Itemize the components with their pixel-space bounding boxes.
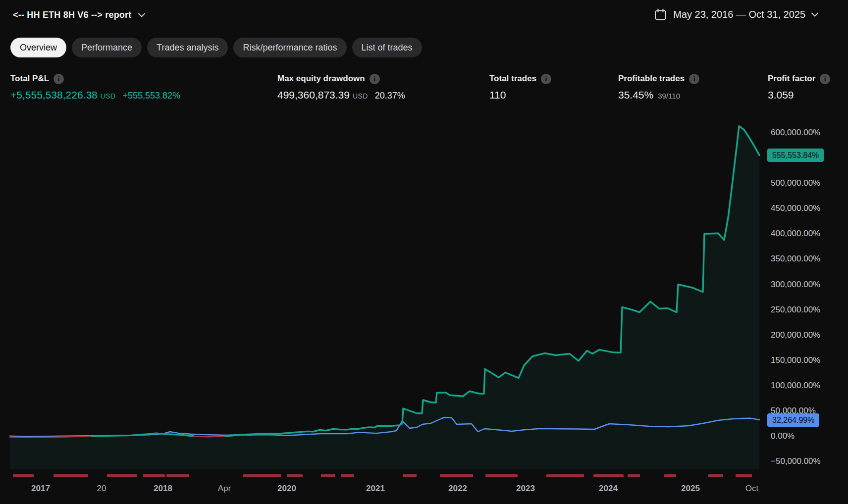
- x-axis-label: Apr: [218, 484, 231, 494]
- drawdown-dash: [628, 474, 640, 477]
- y-axis-label: 500,000.00%: [771, 178, 820, 188]
- x-axis-label: Oct: [745, 484, 758, 494]
- y-axis-label: 100,000.00%: [771, 381, 820, 391]
- y-axis-label: 600,000.00%: [771, 128, 820, 138]
- y-axis-label: 400,000.00%: [771, 229, 820, 239]
- x-axis-label: 2022: [448, 484, 467, 494]
- y-axis-label: 350,000.00%: [771, 254, 820, 264]
- drawdown-dash: [664, 474, 676, 477]
- equity-chart[interactable]: [0, 0, 848, 504]
- x-axis-label: 2020: [277, 484, 296, 494]
- drawdown-dash: [546, 474, 584, 477]
- drawdown-dash: [736, 474, 752, 477]
- equity-line-negative: [194, 436, 225, 437]
- drawdown-dash: [403, 474, 417, 477]
- y-axis-label: 450,000.00%: [771, 203, 820, 213]
- x-axis-label: 2024: [599, 484, 618, 494]
- buy-and-hold-value-badge: 32,264.99%: [767, 413, 819, 427]
- drawdown-dash: [166, 474, 189, 477]
- equity-value-badge: 555,553.84%: [767, 149, 824, 162]
- y-axis-label: 0.00%: [771, 431, 795, 441]
- drawdown-dash: [107, 474, 137, 477]
- x-axis-label: 2023: [516, 484, 535, 494]
- drawdown-dash: [287, 474, 303, 477]
- y-axis-label: 300,000.00%: [771, 280, 820, 290]
- x-axis-label: 2017: [31, 484, 50, 494]
- drawdown-dash: [321, 474, 335, 477]
- x-axis-label: 2025: [681, 484, 700, 494]
- x-axis-label: 2018: [154, 484, 172, 494]
- y-axis-label: −50,000.00%: [771, 456, 821, 466]
- drawdown-dash: [708, 474, 723, 477]
- drawdown-dash: [143, 474, 165, 477]
- y-axis-label: 150,000.00%: [771, 355, 820, 365]
- y-axis-label: 200,000.00%: [771, 330, 820, 340]
- drawdown-dash: [53, 474, 88, 477]
- equity-area-fill: [10, 126, 759, 469]
- drawdown-dash: [341, 474, 354, 477]
- x-axis-label: 20: [97, 484, 106, 494]
- strategy-report-page: <-- HH ETH 8H V6 --> report May 23, 2016…: [0, 0, 848, 504]
- drawdown-dash: [485, 474, 518, 477]
- drawdown-dash: [440, 474, 473, 477]
- drawdown-dash: [13, 474, 34, 477]
- drawdown-dash: [243, 474, 281, 477]
- x-axis-label: 2021: [366, 484, 385, 494]
- drawdown-dash: [593, 474, 624, 477]
- y-axis-label: 250,000.00%: [771, 305, 820, 315]
